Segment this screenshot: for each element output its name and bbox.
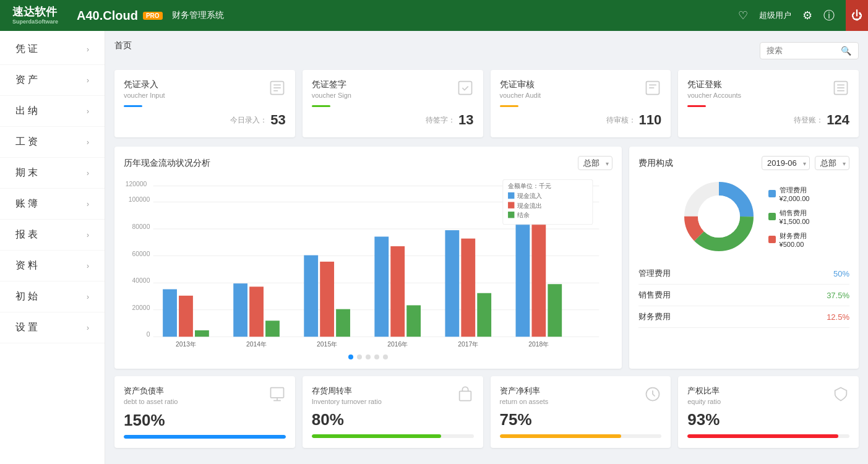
stat-card-voucher-accounts[interactable]: 凭证登账 voucher Accounts 待登账： 124 (678, 70, 859, 137)
svg-text:2013年: 2013年 (176, 341, 196, 348)
dept-select[interactable]: 总部 (578, 156, 612, 170)
pagination-dot-4[interactable] (374, 354, 379, 359)
logo-main-text: 速达软件 (12, 6, 58, 19)
kpi-card-equity-ratio[interactable]: 产权比率 equity ratio 93% (678, 376, 859, 448)
kpi-icon (457, 385, 474, 405)
svg-text:2016年: 2016年 (387, 341, 408, 348)
sidebar-item-report[interactable]: 报 表 › (0, 220, 105, 251)
card-divider (687, 105, 706, 107)
expense-name: 销售费用 (638, 290, 671, 301)
sidebar-item-initial[interactable]: 初 始 › (0, 281, 105, 312)
kpi-title-group: 资产净利率 return on assets (500, 385, 549, 405)
chevron-right-icon: › (87, 200, 89, 208)
main-layout: 凭 证 › 资 产 › 出 纳 › 工 资 › 期 末 › 账 簿 › 报 表 … (0, 31, 868, 464)
donut-legend: 管理费用 ¥2,000.00 销售费用 ¥1,500.00 (768, 186, 810, 248)
stat-card-voucher-audit[interactable]: 凭证审核 voucher Audit 待审核： 110 (491, 70, 671, 137)
expense-dept-select-wrapper[interactable]: 总部 (815, 156, 849, 170)
kpi-bar (312, 434, 441, 438)
pro-badge: PRO (143, 12, 163, 20)
kpi-cards-row: 资产负债率 debt to asset ratio 150% 存货周转率 (114, 376, 859, 448)
svg-rect-34 (304, 256, 318, 337)
sidebar: 凭 证 › 资 产 › 出 纳 › 工 资 › 期 末 › 账 簿 › 报 表 … (0, 31, 105, 464)
help-icon[interactable]: ⓘ (823, 8, 835, 23)
stat-card-voucher-sign[interactable]: 凭证签字 voucher Sign 待签字： 13 (303, 70, 483, 137)
sidebar-item-voucher[interactable]: 凭 证 › (0, 34, 105, 65)
chevron-right-icon: › (87, 76, 89, 85)
sidebar-item-period-end[interactable]: 期 末 › (0, 158, 105, 189)
svg-rect-4 (458, 82, 471, 95)
chart-panel-title: 历年现金流动状况分析 (124, 158, 210, 169)
chevron-right-icon: › (87, 262, 89, 270)
chart-panel-header: 历年现金流动状况分析 总部 (124, 156, 612, 170)
card-value: 110 (639, 112, 662, 128)
expense-name: 财务费用 (638, 311, 671, 322)
power-button[interactable]: ⏻ (846, 0, 868, 31)
chevron-right-icon: › (87, 231, 89, 239)
bar-chart: 0 20000 40000 60000 80000 100000 120000 (124, 176, 612, 350)
kpi-title: 资产净利率 (500, 385, 549, 397)
card-subtitle: voucher Sign (312, 92, 351, 99)
chevron-right-icon: › (87, 45, 89, 54)
pagination-dot-3[interactable] (366, 354, 371, 359)
sidebar-item-data[interactable]: 资 料 › (0, 251, 105, 281)
dept-select-wrapper[interactable]: 总部 (578, 156, 612, 170)
svg-text:20000: 20000 (132, 304, 150, 311)
sidebar-item-settings[interactable]: 设 置 › (0, 312, 105, 343)
svg-text:金额单位：千元: 金额单位：千元 (508, 183, 551, 189)
svg-text:60000: 60000 (132, 251, 150, 257)
kpi-bar (500, 434, 621, 438)
card-footer: 待审核： 110 (500, 112, 662, 128)
user-icon[interactable]: ♡ (738, 9, 748, 22)
sidebar-item-salary[interactable]: 工 资 › (0, 127, 105, 158)
donut-chart (679, 176, 759, 257)
date-select[interactable]: 2019-06 (762, 156, 810, 170)
sidebar-item-label: 出 纳 (15, 105, 38, 118)
settings-icon[interactable]: ⚙ (802, 9, 812, 22)
sidebar-item-cashier[interactable]: 出 纳 › (0, 96, 105, 127)
legend-text-management: 管理费用 ¥2,000.00 (780, 186, 810, 202)
kpi-icon (644, 385, 661, 405)
kpi-title-group: 产权比率 equity ratio (687, 385, 721, 405)
sidebar-item-label: 资 产 (15, 74, 38, 87)
search-icon: 🔍 (841, 46, 851, 56)
card-title-group: 凭证审核 voucher Audit (500, 79, 541, 99)
search-input[interactable] (767, 46, 841, 55)
kpi-bar-container (124, 435, 286, 439)
search-box[interactable]: 🔍 (760, 42, 859, 59)
pagination-dot-5[interactable] (383, 354, 388, 359)
svg-rect-43 (461, 239, 475, 337)
chevron-right-icon: › (87, 169, 89, 178)
kpi-bar (124, 435, 286, 439)
chevron-right-icon: › (87, 324, 89, 332)
expense-dept-select[interactable]: 总部 (815, 156, 849, 170)
expense-list: 管理费用 50% 销售费用 37.5% 财务费用 12.5% (638, 263, 849, 328)
kpi-card-return-assets[interactable]: 资产净利率 return on assets 75% (491, 376, 671, 448)
sidebar-item-ledger[interactable]: 账 簿 › (0, 189, 105, 220)
chevron-right-icon: › (87, 107, 89, 116)
sidebar-item-asset[interactable]: 资 产 › (0, 65, 105, 96)
kpi-bar-container (687, 434, 849, 438)
kpi-card-debt-ratio[interactable]: 资产负债率 debt to asset ratio 150% (114, 376, 295, 448)
svg-text:现金流入: 现金流入 (517, 192, 542, 199)
svg-text:2018年: 2018年 (528, 341, 549, 348)
pagination-dot-2[interactable] (357, 354, 362, 359)
kpi-title-group: 资产负债率 debt to asset ratio (124, 385, 178, 405)
app-name: A40.Cloud (77, 9, 138, 23)
card-footer: 待签字： 13 (312, 112, 474, 128)
expense-pct: 50% (833, 269, 849, 278)
kpi-subtitle: equity ratio (687, 398, 721, 405)
user-label[interactable]: 超级用户 (759, 10, 791, 21)
stat-card-voucher-input[interactable]: 凭证录入 voucher Input 今日录入： 53 (114, 70, 295, 137)
chevron-right-icon: › (87, 293, 89, 301)
kpi-card-inventory-ratio[interactable]: 存货周转率 Inventory turnover ratio 80% (303, 376, 483, 448)
expense-name: 管理费用 (638, 268, 671, 279)
date-select-wrapper[interactable]: 2019-06 (762, 156, 810, 170)
kpi-value: 80% (312, 410, 474, 429)
svg-text:2015年: 2015年 (317, 341, 337, 348)
kpi-icon (269, 385, 286, 406)
card-footer: 待登账： 124 (687, 112, 849, 128)
card-divider (124, 105, 142, 107)
sidebar-item-label: 凭 证 (15, 43, 38, 56)
pagination-dot-1[interactable] (348, 354, 353, 359)
kpi-bar-container (500, 434, 662, 438)
